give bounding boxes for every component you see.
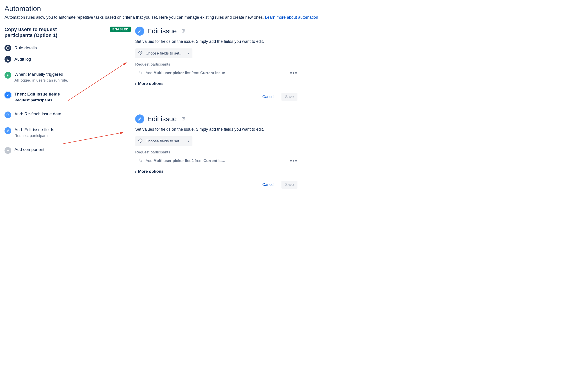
- panel-desc: Set values for fields on the issue. Simp…: [135, 39, 298, 44]
- svg-rect-12: [140, 160, 142, 162]
- field-value-text: Add Multi user picker list from Current …: [146, 71, 225, 75]
- more-options-toggle[interactable]: › More options: [135, 81, 298, 86]
- more-options-label: More options: [138, 169, 164, 174]
- more-actions-icon[interactable]: •••: [290, 157, 298, 164]
- flow-step-trigger[interactable]: When: Manually triggered All logged in u…: [4, 72, 131, 92]
- gear-icon: [138, 51, 142, 56]
- flow-step-refetch[interactable]: And: Re-fetch issue data: [4, 112, 131, 127]
- edit-issue-panel-2: Edit issue Set values for fields on the …: [135, 114, 298, 189]
- chevron-down-icon: ▾: [188, 140, 189, 143]
- field-label: Request participants: [135, 150, 298, 154]
- pencil-icon: [135, 26, 144, 36]
- gear-icon: [138, 138, 142, 144]
- choose-fields-label: Choose fields to set...: [146, 51, 182, 56]
- and-edit-sub: Request participants: [14, 134, 54, 138]
- more-options-toggle[interactable]: › More options: [135, 169, 298, 174]
- chevron-right-icon: ›: [135, 170, 136, 174]
- nav-rule-details-label: Rule details: [14, 46, 37, 50]
- refetch-title: And: Re-fetch issue data: [14, 112, 61, 116]
- refresh-icon: [4, 112, 11, 118]
- choose-fields-label: Choose fields to set...: [146, 139, 182, 144]
- save-button: Save: [282, 93, 298, 101]
- page-title: Automation: [4, 4, 580, 13]
- status-badge: ENABLED: [110, 26, 131, 32]
- choose-fields-button[interactable]: Choose fields to set... ▾: [135, 136, 192, 146]
- more-actions-icon[interactable]: •••: [290, 70, 298, 76]
- flow-step-add-component[interactable]: Add component: [4, 147, 131, 163]
- svg-rect-10: [140, 72, 142, 74]
- flow-step-then-edit[interactable]: Then: Edit issue fields Request particip…: [4, 92, 131, 112]
- edit-issue-panel-1: Edit issue Set values for fields on the …: [135, 26, 298, 101]
- subtitle-text: Automation rules allow you to automate r…: [4, 15, 265, 20]
- svg-rect-1: [8, 48, 8, 49]
- panel-title: Edit issue: [148, 27, 177, 35]
- copy-icon: [138, 158, 142, 163]
- more-options-label: More options: [138, 81, 164, 86]
- cancel-button[interactable]: Cancel: [259, 181, 278, 189]
- nav-audit-log[interactable]: Audit log: [4, 56, 131, 63]
- then-edit-title: Then: Edit issue fields: [14, 92, 60, 97]
- log-icon: [4, 56, 11, 63]
- chevron-down-icon: ▾: [188, 52, 189, 55]
- add-component-title: Add component: [14, 147, 44, 152]
- save-button: Save: [282, 181, 298, 189]
- cancel-button[interactable]: Cancel: [259, 93, 278, 101]
- rule-name: Copy users to request participants (Opti…: [4, 26, 86, 38]
- pencil-icon: [135, 114, 144, 124]
- trash-icon[interactable]: [181, 28, 185, 34]
- panel-desc: Set values for fields on the issue. Simp…: [135, 127, 298, 132]
- field-value-text: Add Multi user picker list 2 from Curren…: [146, 158, 225, 163]
- learn-more-link[interactable]: Learn more about automation: [265, 15, 318, 20]
- and-edit-title: And: Edit issue fields: [14, 127, 54, 132]
- trash-icon[interactable]: [181, 116, 185, 122]
- pencil-icon: [4, 127, 11, 134]
- trigger-title: When: Manually triggered: [14, 72, 68, 77]
- plus-icon: [4, 147, 11, 154]
- info-icon: [4, 44, 11, 51]
- field-value-row[interactable]: Add Multi user picker list from Current …: [135, 70, 298, 76]
- panel-title: Edit issue: [148, 115, 177, 123]
- nav-audit-log-label: Audit log: [14, 57, 31, 62]
- page-subtitle: Automation rules allow you to automate r…: [4, 15, 580, 20]
- svg-rect-2: [8, 47, 8, 47]
- chevron-right-icon: ›: [135, 82, 136, 86]
- cursor-icon: [4, 72, 11, 79]
- svg-point-11: [140, 140, 141, 141]
- field-value-row[interactable]: Add Multi user picker list 2 from Curren…: [135, 157, 298, 164]
- copy-icon: [138, 70, 142, 76]
- then-edit-sub: Request participants: [14, 98, 60, 102]
- svg-point-9: [140, 52, 141, 54]
- flow-step-and-edit[interactable]: And: Edit issue fields Request participa…: [4, 127, 131, 147]
- nav-rule-details[interactable]: Rule details: [4, 44, 131, 51]
- pencil-icon: [4, 92, 11, 98]
- choose-fields-button[interactable]: Choose fields to set... ▾: [135, 48, 192, 58]
- field-label: Request participants: [135, 62, 298, 67]
- trigger-sub: All logged in users can run rule.: [14, 78, 68, 83]
